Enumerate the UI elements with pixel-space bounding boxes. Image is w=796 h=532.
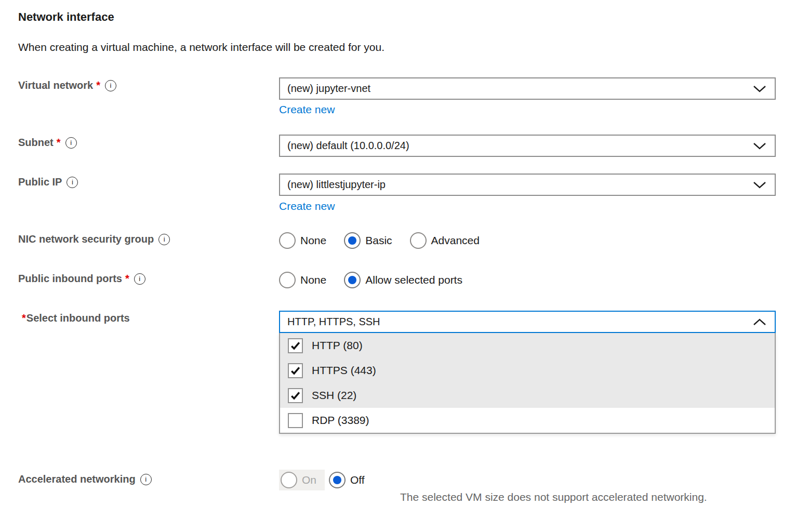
subnet-select[interactable]: (new) default (10.0.0.0/24) — [279, 135, 776, 157]
nic-nsg-radio-group: None Basic Advanced — [279, 232, 480, 249]
select-inbound-ports-value: HTTP, HTTPS, SSH — [287, 316, 380, 328]
info-icon[interactable] — [140, 474, 152, 485]
inbound-ports-dropdown: HTTP (80) HTTPS (443) SSH (22) RDP (3389… — [279, 333, 776, 434]
public-inbound-ports-allow-radio[interactable]: Allow selected ports — [344, 272, 462, 288]
section-description: When creating a virtual machine, a netwo… — [18, 41, 384, 54]
select-inbound-ports-label: *Select inbound ports — [22, 312, 130, 324]
radio-icon — [329, 472, 346, 488]
subnet-label: Subnet* — [18, 137, 77, 149]
chevron-down-icon — [753, 85, 766, 92]
chevron-down-icon — [753, 142, 766, 150]
public-inbound-ports-label: Public inbound ports* — [18, 273, 145, 285]
public-ip-value: (new) littlestjupyter-ip — [287, 179, 386, 191]
info-icon[interactable] — [67, 177, 78, 188]
accelerated-networking-on-radio: On — [281, 472, 316, 488]
nic-nsg-label: NIC network security group — [18, 233, 170, 245]
info-icon[interactable] — [65, 137, 77, 149]
select-inbound-ports-combobox[interactable]: HTTP, HTTPS, SSH — [279, 311, 776, 333]
public-ip-label: Public IP — [18, 176, 78, 188]
required-asterisk: * — [96, 79, 100, 91]
dropdown-option-https[interactable]: HTTPS (443) — [280, 358, 775, 383]
info-icon[interactable] — [158, 234, 170, 245]
checkbox-icon — [288, 338, 303, 353]
radio-icon — [281, 472, 297, 488]
virtual-network-value: (new) jupyter-vnet — [287, 83, 370, 95]
virtual-network-create-new-link[interactable]: Create new — [279, 103, 335, 116]
public-ip-select[interactable]: (new) littlestjupyter-ip — [279, 174, 776, 196]
accelerated-networking-label: Accelerated networking — [18, 473, 152, 485]
chevron-down-icon — [753, 181, 766, 189]
info-icon[interactable] — [105, 80, 116, 91]
dropdown-option-ssh[interactable]: SSH (22) — [280, 383, 775, 408]
info-icon[interactable] — [134, 273, 145, 285]
radio-icon — [344, 232, 361, 249]
dropdown-option-http[interactable]: HTTP (80) — [280, 333, 775, 358]
required-asterisk: * — [57, 137, 61, 149]
public-inbound-ports-none-radio[interactable]: None — [279, 272, 326, 288]
checkbox-icon — [288, 413, 303, 428]
accelerated-networking-on-wrap: On — [279, 470, 325, 490]
virtual-network-select[interactable]: (new) jupyter-vnet — [279, 77, 776, 100]
nic-nsg-advanced-radio[interactable]: Advanced — [410, 232, 480, 249]
checkbox-icon — [288, 388, 303, 403]
accelerated-networking-toggle: On Off — [279, 470, 365, 490]
checkbox-icon — [288, 363, 303, 378]
radio-icon — [279, 232, 296, 249]
accelerated-networking-note: The selected VM size does not support ac… — [400, 491, 707, 503]
nic-nsg-none-radio[interactable]: None — [279, 232, 326, 249]
network-interface-section: Network interface When creating a virtua… — [0, 0, 796, 532]
radio-icon — [344, 272, 361, 288]
radio-icon — [410, 232, 427, 249]
chevron-up-icon — [753, 318, 766, 326]
nic-nsg-basic-radio[interactable]: Basic — [344, 232, 392, 249]
required-asterisk: * — [22, 312, 26, 324]
radio-icon — [279, 272, 296, 288]
public-inbound-ports-radio-group: None Allow selected ports — [279, 272, 462, 288]
virtual-network-label: Virtual network* — [18, 79, 116, 91]
public-ip-create-new-link[interactable]: Create new — [279, 200, 335, 212]
section-title: Network interface — [18, 10, 114, 24]
accelerated-networking-off-radio[interactable]: Off — [329, 472, 365, 488]
subnet-value: (new) default (10.0.0.0/24) — [287, 140, 409, 152]
dropdown-option-rdp[interactable]: RDP (3389) — [280, 408, 775, 433]
required-asterisk: * — [125, 273, 129, 285]
